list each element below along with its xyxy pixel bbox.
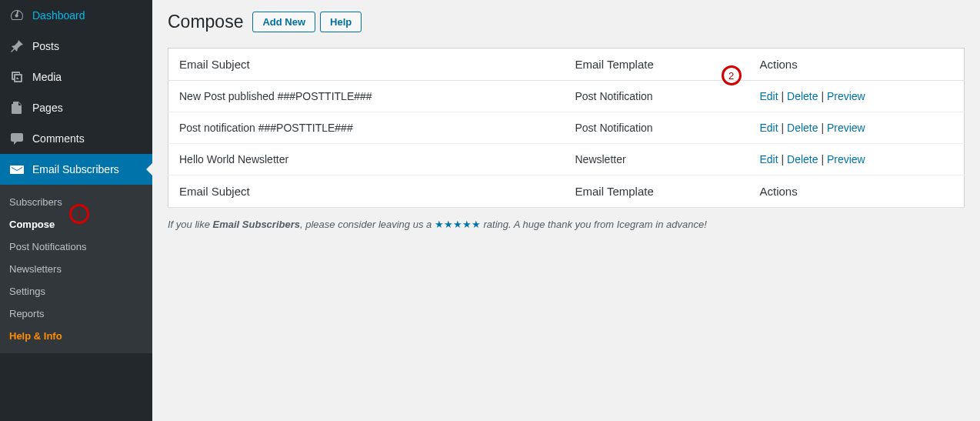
dashboard-icon bbox=[9, 8, 25, 23]
cell-subject: Hello World Newsletter bbox=[168, 144, 565, 175]
sidebar-label: Dashboard bbox=[32, 9, 85, 22]
pin-icon bbox=[9, 38, 25, 54]
cell-template: Post Notification bbox=[565, 112, 749, 144]
sidebar-label: Pages bbox=[32, 102, 63, 114]
cell-subject: New Post published ###POSTTITLE### bbox=[168, 81, 565, 112]
pages-icon bbox=[9, 100, 25, 115]
footer-text: If you like bbox=[168, 219, 213, 230]
cell-template: Post Notification bbox=[565, 81, 749, 112]
col-subject: Email Subject bbox=[168, 175, 565, 208]
sidebar-submenu: Subscribers Compose 1 Post Notifications… bbox=[0, 185, 152, 353]
edit-link[interactable]: Edit bbox=[760, 122, 778, 134]
cell-template: Newsletter bbox=[565, 144, 749, 175]
cell-actions: Edit | Delete | Preview bbox=[749, 112, 965, 144]
sidebar-label: Media bbox=[32, 71, 62, 83]
separator: | bbox=[782, 90, 788, 102]
submenu-post-notifications[interactable]: Post Notifications bbox=[0, 236, 152, 258]
media-icon bbox=[9, 69, 25, 85]
submenu-help-info[interactable]: Help & Info bbox=[0, 325, 152, 347]
separator: | bbox=[821, 90, 827, 102]
sidebar-label: Email Subscribers bbox=[32, 163, 119, 175]
sidebar-item-posts[interactable]: Posts bbox=[0, 31, 152, 62]
preview-link[interactable]: Preview bbox=[827, 153, 865, 165]
footer-plugin-name: Email Subscribers bbox=[213, 219, 300, 230]
annotation-marker-1: 1 bbox=[69, 204, 89, 224]
sidebar-label: Comments bbox=[32, 132, 85, 145]
submenu-compose[interactable]: Compose 1 bbox=[0, 213, 152, 236]
col-subject: Email Subject bbox=[168, 48, 565, 81]
table-row: New Post published ###POSTTITLE### Post … bbox=[168, 81, 965, 112]
separator: | bbox=[782, 122, 788, 134]
sidebar-item-comments[interactable]: Comments bbox=[0, 123, 152, 154]
page-header: Compose Add New Help bbox=[168, 12, 965, 32]
col-template: Email Template bbox=[565, 175, 749, 208]
email-icon bbox=[9, 162, 25, 177]
edit-link[interactable]: Edit bbox=[760, 153, 778, 165]
cell-actions: Edit | Delete | Preview bbox=[749, 144, 965, 175]
main-content: Compose Add New Help Email Subject Email… bbox=[152, 0, 980, 421]
table-footer-row: Email Subject Email Template Actions bbox=[168, 175, 965, 208]
col-actions: Actions bbox=[749, 48, 965, 81]
sidebar-item-dashboard[interactable]: Dashboard bbox=[0, 0, 152, 31]
sidebar-label: Posts bbox=[32, 40, 59, 52]
cell-subject: Post notification ###POSTTITLE### bbox=[168, 112, 565, 144]
edit-link[interactable]: Edit bbox=[760, 90, 778, 102]
table-row: Hello World Newsletter Newsletter Edit |… bbox=[168, 144, 965, 175]
annotation-marker-2: 2 bbox=[722, 65, 742, 85]
sidebar-item-email-subscribers[interactable]: Email Subscribers bbox=[0, 154, 152, 185]
rating-stars-link[interactable]: ★★★★★ bbox=[435, 219, 481, 230]
separator: | bbox=[782, 153, 788, 165]
footer-text: rating. A huge thank you from Icegram in… bbox=[481, 219, 707, 230]
delete-link[interactable]: Delete bbox=[787, 122, 818, 134]
submenu-reports[interactable]: Reports bbox=[0, 302, 152, 325]
add-new-button[interactable]: Add New bbox=[252, 12, 315, 32]
separator: | bbox=[821, 153, 827, 165]
footer-note: If you like Email Subscribers, please co… bbox=[168, 219, 965, 230]
delete-link[interactable]: Delete bbox=[787, 153, 818, 165]
help-button[interactable]: Help bbox=[320, 12, 362, 32]
submenu-settings[interactable]: Settings bbox=[0, 280, 152, 302]
preview-link[interactable]: Preview bbox=[827, 122, 865, 134]
col-actions: Actions bbox=[749, 175, 965, 208]
sidebar-item-pages[interactable]: Pages bbox=[0, 92, 152, 123]
admin-sidebar: Dashboard Posts Media Pages Comments Ema… bbox=[0, 0, 152, 421]
submenu-newsletters[interactable]: Newsletters bbox=[0, 258, 152, 280]
submenu-label: Compose bbox=[9, 219, 55, 230]
preview-link[interactable]: Preview bbox=[827, 90, 865, 102]
comments-icon bbox=[9, 131, 25, 146]
cell-actions: 2 Edit | Delete | Preview bbox=[749, 81, 965, 112]
footer-text: , please consider leaving us a bbox=[300, 219, 435, 230]
separator: | bbox=[821, 122, 827, 134]
page-title: Compose bbox=[168, 12, 243, 32]
delete-link[interactable]: Delete bbox=[787, 90, 818, 102]
sidebar-item-media[interactable]: Media bbox=[0, 62, 152, 92]
email-table: Email Subject Email Template Actions New… bbox=[168, 48, 965, 208]
table-row: Post notification ###POSTTITLE### Post N… bbox=[168, 112, 965, 144]
table-header-row: Email Subject Email Template Actions bbox=[168, 48, 965, 81]
